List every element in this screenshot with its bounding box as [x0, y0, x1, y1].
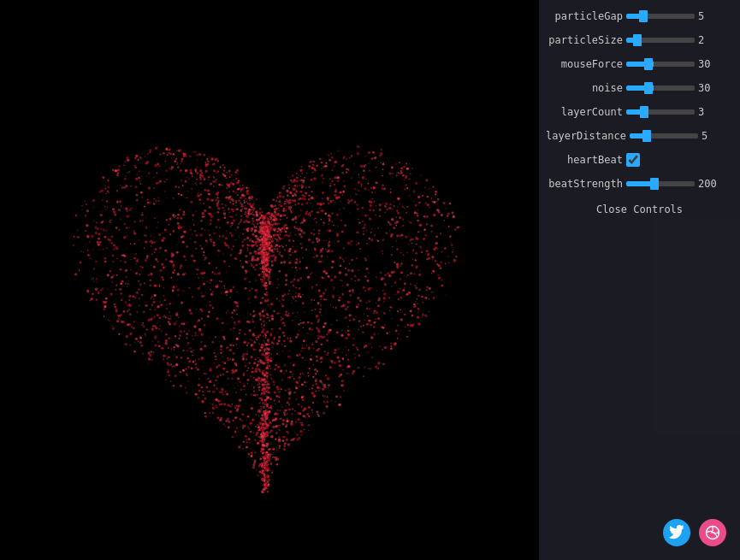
label-particleGap: particleGap: [546, 10, 623, 22]
slider-particleSize[interactable]: [626, 38, 695, 43]
label-layerDistance: layerDistance: [546, 130, 626, 142]
ctrl-row-layerDistance: layerDistance5: [546, 125, 733, 147]
slider-layerDistance[interactable]: [630, 133, 698, 139]
ctrl-row-heartBeat: heartBeat: [546, 149, 733, 171]
ctrl-row-beatStrength: beatStrength200: [546, 173, 733, 195]
checkbox-heartBeat[interactable]: [626, 153, 640, 167]
value-beatStrength: 200: [698, 178, 719, 190]
value-particleGap: 5: [698, 10, 719, 22]
value-particleSize: 2: [698, 34, 719, 46]
value-layerCount: 3: [698, 106, 719, 118]
value-mouseForce: 30: [698, 58, 719, 70]
dribbble-button[interactable]: [699, 519, 726, 546]
ctrl-row-noise: noise30: [546, 77, 733, 99]
social-icons: [663, 519, 726, 546]
slider-particleGap[interactable]: [626, 14, 695, 19]
close-controls-button[interactable]: Close Controls: [546, 200, 733, 219]
ctrl-row-mouseForce: mouseForce30: [546, 53, 733, 75]
ctrl-row-particleSize: particleSize2: [546, 29, 733, 51]
canvas-area: [0, 0, 539, 560]
slider-mouseForce[interactable]: [626, 62, 695, 67]
label-layerCount: layerCount: [546, 106, 623, 118]
value-layerDistance: 5: [702, 130, 723, 142]
ctrl-row-layerCount: layerCount3: [546, 101, 733, 123]
slider-beatStrength[interactable]: [626, 181, 695, 186]
label-particleSize: particleSize: [546, 34, 623, 46]
ctrl-row-particleGap: particleGap5: [546, 5, 733, 27]
value-noise: 30: [698, 82, 719, 94]
label-noise: noise: [546, 82, 623, 94]
label-beatStrength: beatStrength: [546, 178, 623, 190]
heart-visualization: [0, 0, 539, 560]
slider-noise[interactable]: [626, 85, 695, 91]
slider-layerCount[interactable]: [626, 109, 695, 115]
twitter-button[interactable]: [663, 519, 690, 546]
controls-panel: particleGap5particleSize2mouseForce30noi…: [539, 0, 740, 560]
label-mouseForce: mouseForce: [546, 58, 623, 70]
label-heartBeat: heartBeat: [546, 154, 623, 166]
